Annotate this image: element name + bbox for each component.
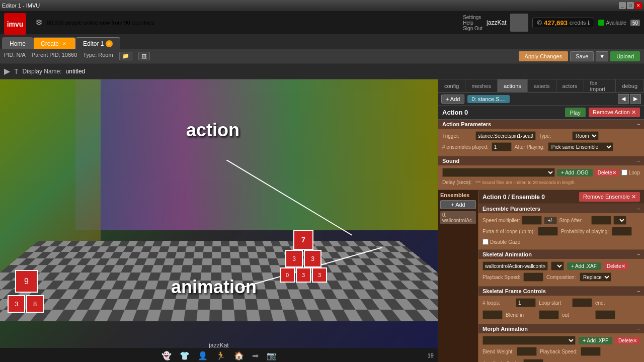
ensemble-item-0[interactable]: 0: wallcontrolAc... xyxy=(440,211,476,224)
ensemble-parameters-header[interactable]: Ensemble Parameters – xyxy=(478,204,644,213)
signout-link[interactable]: Sign Out xyxy=(463,26,482,31)
speed-mult-plus[interactable]: +/- xyxy=(544,217,557,224)
imvu-logo: imvu xyxy=(4,13,26,35)
help-link[interactable]: Help xyxy=(463,20,482,26)
minimize-button[interactable]: _ xyxy=(619,2,626,9)
remove-ensemble-button[interactable]: Remove Ensemble ✕ xyxy=(579,192,640,202)
tab-actions[interactable]: actions xyxy=(498,79,528,93)
morph-playback-input[interactable] xyxy=(581,347,601,356)
xpf-file-row: + Add .XPF Delete✕ xyxy=(482,336,640,345)
skeletal-frame-controls-section: Skeletal Frame Controls – # loops: Loop … xyxy=(478,287,644,324)
tab-create[interactable]: Create ✕ xyxy=(33,37,75,49)
add-ogg-button[interactable]: + Add .OGG xyxy=(557,169,593,176)
credits-info-icon[interactable]: ℹ xyxy=(588,20,590,26)
delete-xpf-button[interactable]: Delete✕ xyxy=(615,337,640,344)
remove-action-button[interactable]: Remove Action ✕ xyxy=(589,108,640,117)
skel-loops-label: # loops: xyxy=(482,300,513,306)
skel-blend-in-label: Blend in xyxy=(506,312,536,318)
probability-input[interactable] xyxy=(612,227,632,236)
nav-prev-button[interactable]: ◀ xyxy=(618,94,629,104)
stop-after-input[interactable] xyxy=(591,216,611,225)
play-button[interactable]: Play xyxy=(565,108,586,117)
skeletal-collapse: – xyxy=(637,252,640,257)
tab-actors[interactable]: actors xyxy=(556,79,584,93)
morph-animation-header[interactable]: Morph Animation – xyxy=(478,324,644,333)
composition-select[interactable]: Replace xyxy=(580,273,611,282)
add-ensemble-button[interactable]: + Add xyxy=(440,200,476,209)
settings-link[interactable]: Settings xyxy=(463,15,482,20)
xpf-file-select[interactable] xyxy=(482,336,576,345)
camera-icon[interactable]: 📷 xyxy=(267,351,277,360)
skel-loop-end-label: end: xyxy=(595,300,625,306)
ensembles-played-input[interactable] xyxy=(492,142,512,151)
person-icon[interactable]: 👤 xyxy=(198,351,208,360)
add-action-button[interactable]: + Add xyxy=(441,95,464,104)
type-select[interactable]: Room xyxy=(572,131,599,140)
sound-file-select[interactable] xyxy=(442,168,555,177)
tab-fbximport[interactable]: fbx import xyxy=(584,79,616,93)
viewport[interactable]: action animation 7 3 3 xyxy=(0,79,438,362)
loop-text: Loop xyxy=(629,170,640,175)
save-dropdown-arrow[interactable]: ▼ xyxy=(596,51,608,61)
skel-loop-end-input[interactable] xyxy=(482,310,503,319)
close-button[interactable]: ✕ xyxy=(635,2,642,9)
cube-row3: 0 3 3 xyxy=(280,267,327,283)
arrow-icon[interactable]: ➡ xyxy=(252,351,259,360)
image-icon-button[interactable]: 🖼 xyxy=(138,52,150,60)
tab-meshes[interactable]: meshes xyxy=(465,79,498,93)
annotation-action: action xyxy=(186,120,239,141)
xaf-file-input[interactable] xyxy=(482,261,548,270)
skeletal-frame-controls-header[interactable]: Skeletal Frame Controls – xyxy=(478,287,644,296)
tab-debug[interactable]: debug xyxy=(616,79,644,93)
skeletal-animation-header[interactable]: Skeletal Animation – xyxy=(478,250,644,259)
add-xpf-button[interactable]: + Add .XPF xyxy=(579,337,612,344)
trigger-input[interactable] xyxy=(475,131,536,140)
blend-weight-input[interactable] xyxy=(517,347,537,356)
tab-create-label: Create xyxy=(41,40,59,47)
ghost-icon[interactable]: 👻 xyxy=(162,351,172,360)
skeletal-animation-title: Skeletal Animation xyxy=(482,251,532,257)
skel-out-input[interactable] xyxy=(595,310,615,319)
stop-after-select[interactable] xyxy=(613,216,626,225)
disable-gaze-checkbox[interactable] xyxy=(482,239,489,245)
apply-changes-button[interactable]: Apply Changes xyxy=(519,51,569,61)
skel-blend-in-input[interactable] xyxy=(539,310,559,319)
status-text: Available xyxy=(606,20,626,26)
tab-home[interactable]: Home xyxy=(2,37,33,49)
home-icon[interactable]: 🏠 xyxy=(234,351,244,360)
xaf-file-select[interactable] xyxy=(551,261,564,270)
folder-icon-button[interactable]: 📁 xyxy=(119,52,132,60)
speed-mult-input[interactable] xyxy=(522,216,542,225)
delete-xaf-button[interactable]: Delete✕ xyxy=(604,262,628,270)
skel-loops-input[interactable] xyxy=(516,298,536,307)
sound-header[interactable]: Sound – xyxy=(438,156,644,165)
parent-pid-value: 10860 xyxy=(62,52,77,58)
current-action-tab[interactable]: 0: stance.S.... xyxy=(467,95,509,103)
tab-create-close[interactable]: ✕ xyxy=(61,40,68,47)
skel-loop-start-input[interactable] xyxy=(572,298,592,307)
figure-icon[interactable]: 🏃 xyxy=(216,351,226,360)
skel-playback-input[interactable] xyxy=(523,273,543,282)
amplitude-input[interactable] xyxy=(523,359,543,362)
after-playing-select[interactable]: Pick same Ensemble xyxy=(548,142,613,151)
nav-next-button[interactable]: ▶ xyxy=(630,94,641,104)
save-button[interactable]: Save xyxy=(570,51,594,61)
action-list-row: + Add 0: stance.S.... ◀ ▶ xyxy=(438,93,644,106)
maximize-button[interactable]: □ xyxy=(627,2,634,9)
action-parameters-header[interactable]: Action Parameters – xyxy=(438,120,644,129)
small-cube-1: 9 xyxy=(15,270,38,293)
trigger-row: Trigger: Type: Room xyxy=(442,131,640,140)
extra-loops-input[interactable] xyxy=(538,227,558,236)
delete-ogg-button[interactable]: Delete✕ xyxy=(595,169,619,176)
tab-config[interactable]: config xyxy=(438,79,465,93)
tab-editor[interactable]: Editor 1 ✕ xyxy=(75,37,120,49)
loop-checkbox[interactable] xyxy=(621,169,627,175)
tab-assets[interactable]: assets xyxy=(528,79,556,93)
tab-editor-close[interactable]: ✕ xyxy=(106,40,113,47)
ensemble-parameters-section: Ensemble Parameters – Speed multiplier: … xyxy=(478,204,644,250)
stop-after-label: Stop After: xyxy=(559,218,589,223)
collapse-triangle[interactable]: ▶ xyxy=(4,66,10,76)
add-xaf-button[interactable]: + Add .XAF xyxy=(567,262,601,270)
upload-button[interactable]: Upload xyxy=(610,51,640,61)
shirt-icon[interactable]: 👕 xyxy=(180,351,190,360)
